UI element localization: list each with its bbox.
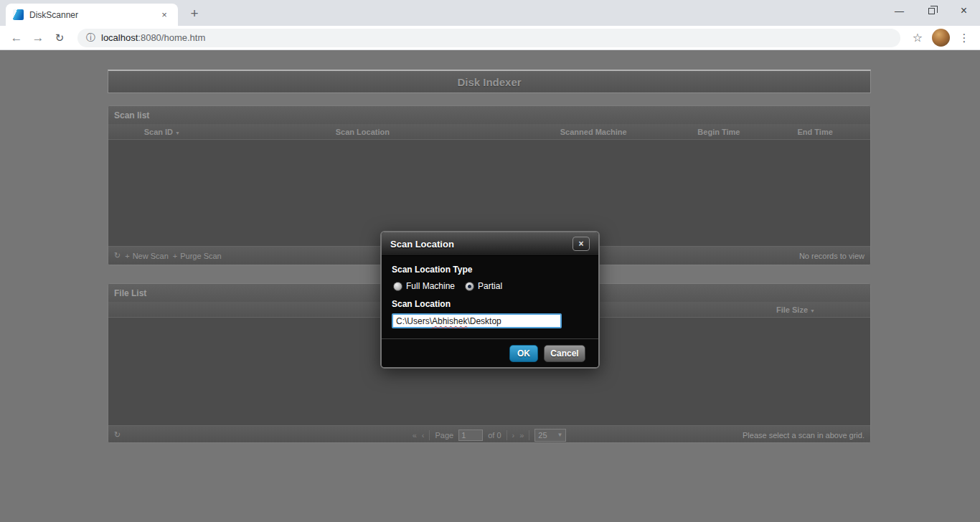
page-size-select[interactable]: 25▼ xyxy=(534,429,566,442)
file-refresh-icon[interactable]: ↻ xyxy=(114,430,121,440)
file-list-status: Please select a scan in above grid. xyxy=(743,431,864,440)
tab-title: DiskScanner xyxy=(29,10,152,20)
radio-partial[interactable]: Partial xyxy=(465,281,502,291)
scan-refresh-icon[interactable]: ↻ xyxy=(114,251,121,260)
dialog-body: Scan Location Type Full Machine Partial … xyxy=(382,256,598,338)
scan-list-status: No records to view xyxy=(799,252,864,260)
browser-tab[interactable]: DiskScanner × xyxy=(6,4,178,26)
column-scan-location[interactable]: Scan Location xyxy=(216,128,509,136)
column-scanned-machine[interactable]: Scanned Machine xyxy=(509,128,678,136)
window-controls: — × xyxy=(883,0,980,22)
new-scan-button[interactable]: +New Scan xyxy=(125,252,169,260)
cancel-button[interactable]: Cancel xyxy=(544,345,585,362)
sort-desc-icon: ▼ xyxy=(175,130,180,136)
dialog-close-button[interactable]: × xyxy=(573,237,590,251)
browser-toolbar: ← → ↻ ⓘ localhost:8080/home.htm ☆ ⋮ xyxy=(0,26,980,50)
url-host: localhost xyxy=(101,32,138,43)
first-page-icon[interactable]: « xyxy=(413,431,417,440)
page-title: Disk Indexer xyxy=(457,76,521,88)
tab-close-icon[interactable]: × xyxy=(158,9,171,22)
file-list-pager: ↻ « ‹ Page of 0 › » 25▼ Please select a … xyxy=(108,425,870,443)
new-scan-icon: + xyxy=(125,252,129,260)
purge-scan-button[interactable]: +Purge Scan xyxy=(173,252,222,260)
url-path: :8080/home.htm xyxy=(138,32,205,43)
scan-type-radio-group: Full Machine Partial xyxy=(393,281,588,291)
page-info-icon[interactable]: ⓘ xyxy=(86,32,95,44)
minimize-button[interactable]: — xyxy=(883,0,915,22)
browser-tab-strip: DiskScanner × + — × xyxy=(0,0,980,26)
scan-location-label: Scan Location xyxy=(392,299,588,309)
next-page-icon[interactable]: › xyxy=(512,431,515,440)
scan-location-dialog: Scan Location × Scan Location Type Full … xyxy=(380,231,600,369)
page-of-label: of 0 xyxy=(488,431,501,440)
page-label: Page xyxy=(435,431,453,440)
page-content: Disk Indexer Scan list Scan ID▼ Scan Loc… xyxy=(0,50,980,522)
purge-scan-icon: + xyxy=(173,252,177,260)
dialog-footer: OK Cancel xyxy=(382,338,598,367)
diskscanner-favicon-icon xyxy=(13,9,24,20)
column-end-time[interactable]: End Time xyxy=(760,128,870,136)
pager-divider xyxy=(529,430,529,440)
browser-menu-icon[interactable]: ⋮ xyxy=(954,28,974,48)
chevron-down-icon: ▼ xyxy=(557,432,562,438)
page-number-input[interactable] xyxy=(458,430,483,441)
address-bar[interactable]: ⓘ localhost:8080/home.htm xyxy=(77,29,900,47)
column-file-size[interactable]: File Size▼ xyxy=(738,305,853,314)
pager-divider xyxy=(507,430,507,440)
app-header: Disk Indexer xyxy=(108,70,871,93)
column-scan-id[interactable]: Scan ID▼ xyxy=(108,128,216,136)
column-begin-time[interactable]: Begin Time xyxy=(678,128,760,136)
prev-page-icon[interactable]: ‹ xyxy=(422,431,425,440)
last-page-icon[interactable]: » xyxy=(519,431,524,440)
close-icon: × xyxy=(578,239,583,249)
window-close-button[interactable]: × xyxy=(948,0,980,22)
ok-button[interactable]: OK xyxy=(509,345,538,362)
scan-list-body xyxy=(108,140,870,246)
radio-full-machine[interactable]: Full Machine xyxy=(393,281,455,291)
url-text: localhost:8080/home.htm xyxy=(101,32,205,43)
dialog-title-bar[interactable]: Scan Location × xyxy=(382,232,598,256)
new-tab-button[interactable]: + xyxy=(185,6,204,22)
pager-divider xyxy=(429,430,430,440)
restore-button[interactable] xyxy=(915,0,948,22)
scan-list-caption: Scan list xyxy=(108,106,870,124)
radio-checked-icon[interactable] xyxy=(465,282,474,291)
scan-location-type-label: Scan Location Type xyxy=(392,265,588,275)
scan-location-input[interactable]: C:\Users\Abhishek\Desktop xyxy=(392,313,562,328)
sort-desc-icon: ▼ xyxy=(810,308,815,313)
misspelled-text: Abhishek xyxy=(432,316,467,326)
forward-icon[interactable]: → xyxy=(27,28,49,48)
dialog-title: Scan Location xyxy=(390,239,454,250)
bookmark-star-icon[interactable]: ☆ xyxy=(908,28,928,48)
radio-unchecked-icon[interactable] xyxy=(393,282,402,291)
profile-avatar[interactable] xyxy=(932,29,950,47)
scan-list-column-headers: Scan ID▼ Scan Location Scanned Machine B… xyxy=(108,124,870,140)
back-icon[interactable]: ← xyxy=(6,28,27,48)
restore-icon xyxy=(928,8,935,14)
reload-icon[interactable]: ↻ xyxy=(49,28,70,48)
